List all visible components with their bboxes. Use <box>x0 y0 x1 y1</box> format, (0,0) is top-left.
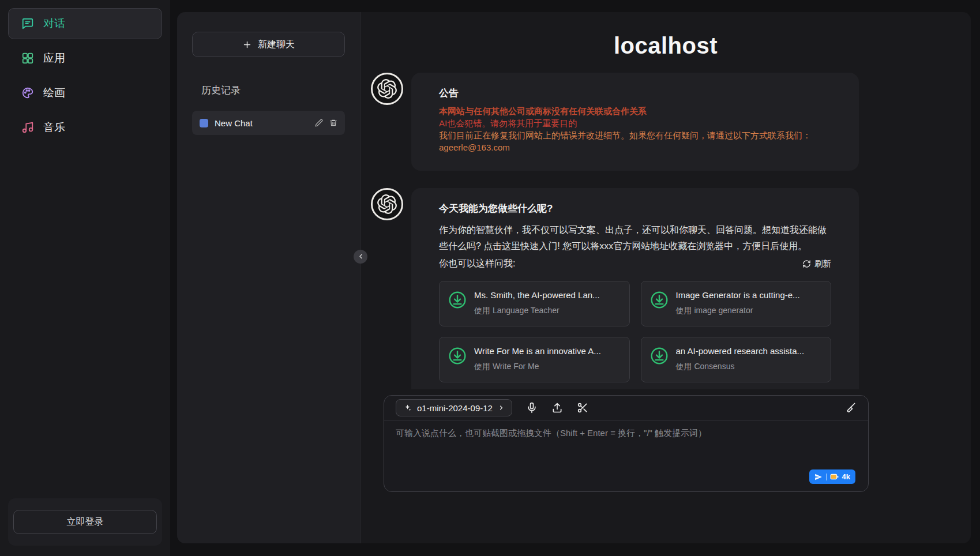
apps-grid-icon <box>21 52 34 65</box>
welcome-card: 今天我能为您做些什么呢? 作为你的智慧伙伴，我不仅可以写文案、出点子，还可以和你… <box>411 188 859 389</box>
suggestion-title: Image Generator is a cutting-e... <box>676 290 823 300</box>
send-plane-icon <box>814 473 823 481</box>
sidebar-item-paint[interactable]: 绘画 <box>8 77 162 108</box>
sidebar: 对话 应用 绘画 音乐 立即登录 <box>0 0 170 556</box>
clear-context-broom-icon[interactable] <box>845 402 857 414</box>
scissors-icon[interactable] <box>577 402 588 414</box>
announcement-line: 本网站与任何其他公司或商标没有任何关联或合作关系 <box>439 105 831 117</box>
battery-icon <box>830 474 839 480</box>
message-list: 公告 本网站与任何其他公司或商标没有任何关联或合作关系 AI也会犯错。请勿将其用… <box>361 59 971 389</box>
login-panel: 立即登录 <box>8 498 162 546</box>
suggestion-title: Ms. Smith, the AI-powered Lan... <box>474 290 621 300</box>
suggestion-card[interactable]: Ms. Smith, the AI-powered Lan... 使用 Lang… <box>439 281 630 326</box>
chat-color-icon <box>200 119 208 127</box>
chevron-right-icon <box>498 404 505 411</box>
openai-logo-icon <box>377 194 397 214</box>
history-title: 历史记录 <box>201 84 345 97</box>
composer-body: 4k <box>384 420 868 491</box>
suggestion-subtitle: 使用 Write For Me <box>474 362 621 372</box>
ask-prompt: 你也可以这样问我: <box>439 256 515 272</box>
chat-bubble-icon <box>21 17 34 30</box>
page-title: localhost <box>361 33 971 59</box>
welcome-body: 作为你的智慧伙伴，我不仅可以写文案、出点子，还可以和你聊天、回答问题。想知道我还… <box>439 222 831 254</box>
send-button[interactable]: 4k <box>809 469 855 484</box>
arrow-down-circle-icon <box>448 346 467 366</box>
sidebar-item-apps[interactable]: 应用 <box>8 43 162 74</box>
refresh-icon <box>802 260 811 268</box>
palette-icon <box>21 87 34 99</box>
arrow-down-circle-icon <box>448 290 467 310</box>
badge-divider <box>826 474 827 480</box>
sidebar-item-label: 音乐 <box>43 120 65 135</box>
assistant-avatar <box>371 73 403 105</box>
history-list-item[interactable]: New Chat <box>192 111 345 135</box>
edit-icon[interactable] <box>315 119 323 127</box>
assistant-message: 今天我能为您做些什么呢? 作为你的智慧伙伴，我不仅可以写文案、出点子，还可以和你… <box>371 188 971 389</box>
welcome-heading: 今天我能为您做些什么呢? <box>439 202 831 215</box>
sidebar-item-label: 应用 <box>43 51 65 66</box>
announcement-heading: 公告 <box>439 87 831 100</box>
refresh-suggestions-button[interactable]: 刷新 <box>802 258 831 269</box>
history-item-title: New Chat <box>215 118 309 128</box>
content-card: 新建聊天 历史记录 New Chat localhost <box>177 12 971 543</box>
announcement-line: AI也会犯错。请勿将其用于重要目的 <box>439 117 831 129</box>
suggestion-grid: Ms. Smith, the AI-powered Lan... 使用 Lang… <box>439 281 831 382</box>
composer: o1-mini-2024-09-12 <box>384 395 869 492</box>
suggestion-title: an AI-powered research assista... <box>676 346 823 356</box>
chevron-left-icon <box>357 253 365 260</box>
model-selector[interactable]: o1-mini-2024-09-12 <box>396 399 512 416</box>
new-chat-label: 新建聊天 <box>258 39 295 51</box>
chat-list-panel: 新建聊天 历史记录 New Chat <box>177 12 361 543</box>
plus-icon <box>242 40 252 50</box>
sidebar-item-music[interactable]: 音乐 <box>8 112 162 143</box>
suggestion-card[interactable]: Write For Me is an innovative A... 使用 Wr… <box>439 337 630 382</box>
assistant-message: 公告 本网站与任何其他公司或商标没有任何关联或合作关系 AI也会犯错。请勿将其用… <box>371 73 971 171</box>
refresh-label: 刷新 <box>814 258 831 269</box>
upload-icon[interactable] <box>551 402 563 414</box>
composer-toolbar: o1-mini-2024-09-12 <box>384 396 868 420</box>
announcement-card: 公告 本网站与任何其他公司或商标没有任何关联或合作关系 AI也会犯错。请勿将其用… <box>411 73 859 171</box>
contact-email-link[interactable]: ageerle@163.com <box>439 141 510 153</box>
arrow-down-circle-icon <box>649 290 669 310</box>
openai-logo-icon <box>377 79 397 99</box>
suggestion-subtitle: 使用 image generator <box>676 306 823 316</box>
arrow-down-circle-icon <box>649 346 669 366</box>
suggestion-subtitle: 使用 Consensus <box>676 362 823 372</box>
token-limit-label: 4k <box>842 472 850 481</box>
delete-icon[interactable] <box>329 119 337 127</box>
microphone-icon[interactable] <box>526 402 538 414</box>
new-chat-button[interactable]: 新建聊天 <box>192 32 345 57</box>
chat-main-panel: localhost 公告 本网站与任何其他公司或商标没有任何关联或合作关系 AI… <box>361 12 971 543</box>
suggestion-subtitle: 使用 Language Teacher <box>474 306 621 316</box>
chat-input[interactable] <box>396 428 857 467</box>
sidebar-item-chat[interactable]: 对话 <box>8 8 162 39</box>
suggestion-card[interactable]: Image Generator is a cutting-e... 使用 ima… <box>641 281 832 326</box>
announcement-line: 我们目前正在修复我们网站上的错误并改进细节。如果您有任何疑问，请通过以下方式联系… <box>439 129 831 141</box>
sidebar-item-label: 对话 <box>43 16 65 31</box>
collapse-sidebar-button[interactable] <box>354 250 367 264</box>
model-name: o1-mini-2024-09-12 <box>417 403 493 413</box>
music-note-icon <box>21 121 34 134</box>
suggestion-title: Write For Me is an innovative A... <box>474 346 621 356</box>
assistant-avatar <box>371 188 403 220</box>
sidebar-item-label: 绘画 <box>43 85 65 100</box>
login-button[interactable]: 立即登录 <box>13 510 157 534</box>
suggestion-card[interactable]: an AI-powered research assista... 使用 Con… <box>641 337 832 382</box>
model-icon <box>403 404 412 412</box>
